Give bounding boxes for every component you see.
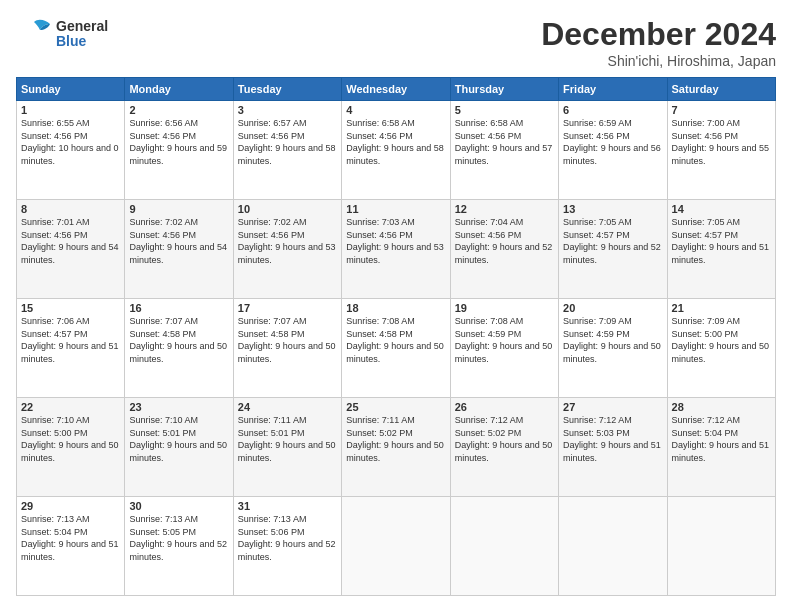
table-row: 31Sunrise: 7:13 AMSunset: 5:06 PMDayligh… xyxy=(233,497,341,596)
day-info: Sunrise: 7:13 AMSunset: 5:05 PMDaylight:… xyxy=(129,513,228,563)
day-info: Sunrise: 7:05 AMSunset: 4:57 PMDaylight:… xyxy=(563,216,662,266)
month-title: December 2024 xyxy=(541,16,776,53)
day-info: Sunrise: 6:58 AMSunset: 4:56 PMDaylight:… xyxy=(346,117,445,167)
col-friday: Friday xyxy=(559,78,667,101)
day-number: 27 xyxy=(563,401,662,413)
table-row: 13Sunrise: 7:05 AMSunset: 4:57 PMDayligh… xyxy=(559,200,667,299)
day-info: Sunrise: 7:01 AMSunset: 4:56 PMDaylight:… xyxy=(21,216,120,266)
logo-wordmark: General Blue xyxy=(16,16,108,52)
day-number: 7 xyxy=(672,104,771,116)
day-info: Sunrise: 7:12 AMSunset: 5:04 PMDaylight:… xyxy=(672,414,771,464)
table-row xyxy=(667,497,775,596)
day-info: Sunrise: 6:58 AMSunset: 4:56 PMDaylight:… xyxy=(455,117,554,167)
table-row: 8Sunrise: 7:01 AMSunset: 4:56 PMDaylight… xyxy=(17,200,125,299)
calendar-week-row: 29Sunrise: 7:13 AMSunset: 5:04 PMDayligh… xyxy=(17,497,776,596)
day-number: 31 xyxy=(238,500,337,512)
day-number: 22 xyxy=(21,401,120,413)
day-info: Sunrise: 7:13 AMSunset: 5:04 PMDaylight:… xyxy=(21,513,120,563)
col-wednesday: Wednesday xyxy=(342,78,450,101)
table-row: 20Sunrise: 7:09 AMSunset: 4:59 PMDayligh… xyxy=(559,299,667,398)
day-info: Sunrise: 7:09 AMSunset: 5:00 PMDaylight:… xyxy=(672,315,771,365)
calendar-week-row: 15Sunrise: 7:06 AMSunset: 4:57 PMDayligh… xyxy=(17,299,776,398)
day-info: Sunrise: 7:11 AMSunset: 5:01 PMDaylight:… xyxy=(238,414,337,464)
table-row: 17Sunrise: 7:07 AMSunset: 4:58 PMDayligh… xyxy=(233,299,341,398)
day-info: Sunrise: 7:07 AMSunset: 4:58 PMDaylight:… xyxy=(238,315,337,365)
day-info: Sunrise: 7:09 AMSunset: 4:59 PMDaylight:… xyxy=(563,315,662,365)
day-number: 8 xyxy=(21,203,120,215)
col-tuesday: Tuesday xyxy=(233,78,341,101)
calendar-header-row: Sunday Monday Tuesday Wednesday Thursday… xyxy=(17,78,776,101)
table-row: 28Sunrise: 7:12 AMSunset: 5:04 PMDayligh… xyxy=(667,398,775,497)
day-number: 13 xyxy=(563,203,662,215)
day-number: 15 xyxy=(21,302,120,314)
title-block: December 2024 Shin'ichi, Hiroshima, Japa… xyxy=(541,16,776,69)
table-row: 3Sunrise: 6:57 AMSunset: 4:56 PMDaylight… xyxy=(233,101,341,200)
day-info: Sunrise: 7:04 AMSunset: 4:56 PMDaylight:… xyxy=(455,216,554,266)
table-row: 16Sunrise: 7:07 AMSunset: 4:58 PMDayligh… xyxy=(125,299,233,398)
table-row: 19Sunrise: 7:08 AMSunset: 4:59 PMDayligh… xyxy=(450,299,558,398)
day-info: Sunrise: 7:13 AMSunset: 5:06 PMDaylight:… xyxy=(238,513,337,563)
day-info: Sunrise: 7:02 AMSunset: 4:56 PMDaylight:… xyxy=(129,216,228,266)
header: General Blue December 2024 Shin'ichi, Hi… xyxy=(16,16,776,69)
day-number: 12 xyxy=(455,203,554,215)
day-number: 26 xyxy=(455,401,554,413)
day-info: Sunrise: 7:03 AMSunset: 4:56 PMDaylight:… xyxy=(346,216,445,266)
table-row xyxy=(342,497,450,596)
table-row: 26Sunrise: 7:12 AMSunset: 5:02 PMDayligh… xyxy=(450,398,558,497)
table-row: 14Sunrise: 7:05 AMSunset: 4:57 PMDayligh… xyxy=(667,200,775,299)
table-row: 29Sunrise: 7:13 AMSunset: 5:04 PMDayligh… xyxy=(17,497,125,596)
day-info: Sunrise: 7:08 AMSunset: 4:59 PMDaylight:… xyxy=(455,315,554,365)
table-row: 27Sunrise: 7:12 AMSunset: 5:03 PMDayligh… xyxy=(559,398,667,497)
table-row: 10Sunrise: 7:02 AMSunset: 4:56 PMDayligh… xyxy=(233,200,341,299)
day-info: Sunrise: 7:02 AMSunset: 4:56 PMDaylight:… xyxy=(238,216,337,266)
day-number: 4 xyxy=(346,104,445,116)
col-monday: Monday xyxy=(125,78,233,101)
day-info: Sunrise: 7:10 AMSunset: 5:01 PMDaylight:… xyxy=(129,414,228,464)
day-info: Sunrise: 7:06 AMSunset: 4:57 PMDaylight:… xyxy=(21,315,120,365)
day-info: Sunrise: 6:56 AMSunset: 4:56 PMDaylight:… xyxy=(129,117,228,167)
table-row: 23Sunrise: 7:10 AMSunset: 5:01 PMDayligh… xyxy=(125,398,233,497)
table-row: 18Sunrise: 7:08 AMSunset: 4:58 PMDayligh… xyxy=(342,299,450,398)
day-info: Sunrise: 7:07 AMSunset: 4:58 PMDaylight:… xyxy=(129,315,228,365)
day-number: 28 xyxy=(672,401,771,413)
logo-bird-icon xyxy=(16,16,52,52)
table-row: 22Sunrise: 7:10 AMSunset: 5:00 PMDayligh… xyxy=(17,398,125,497)
calendar-table: Sunday Monday Tuesday Wednesday Thursday… xyxy=(16,77,776,596)
day-number: 2 xyxy=(129,104,228,116)
day-number: 1 xyxy=(21,104,120,116)
table-row: 2Sunrise: 6:56 AMSunset: 4:56 PMDaylight… xyxy=(125,101,233,200)
day-number: 24 xyxy=(238,401,337,413)
day-info: Sunrise: 7:11 AMSunset: 5:02 PMDaylight:… xyxy=(346,414,445,464)
day-number: 16 xyxy=(129,302,228,314)
table-row: 21Sunrise: 7:09 AMSunset: 5:00 PMDayligh… xyxy=(667,299,775,398)
page: General Blue December 2024 Shin'ichi, Hi… xyxy=(0,0,792,612)
day-number: 9 xyxy=(129,203,228,215)
day-number: 6 xyxy=(563,104,662,116)
day-number: 30 xyxy=(129,500,228,512)
day-info: Sunrise: 7:00 AMSunset: 4:56 PMDaylight:… xyxy=(672,117,771,167)
table-row: 5Sunrise: 6:58 AMSunset: 4:56 PMDaylight… xyxy=(450,101,558,200)
day-info: Sunrise: 6:59 AMSunset: 4:56 PMDaylight:… xyxy=(563,117,662,167)
table-row: 4Sunrise: 6:58 AMSunset: 4:56 PMDaylight… xyxy=(342,101,450,200)
day-number: 29 xyxy=(21,500,120,512)
calendar-week-row: 22Sunrise: 7:10 AMSunset: 5:00 PMDayligh… xyxy=(17,398,776,497)
day-info: Sunrise: 6:57 AMSunset: 4:56 PMDaylight:… xyxy=(238,117,337,167)
col-saturday: Saturday xyxy=(667,78,775,101)
day-number: 20 xyxy=(563,302,662,314)
day-info: Sunrise: 7:12 AMSunset: 5:03 PMDaylight:… xyxy=(563,414,662,464)
logo-general: General xyxy=(56,19,108,34)
col-thursday: Thursday xyxy=(450,78,558,101)
day-number: 10 xyxy=(238,203,337,215)
day-number: 23 xyxy=(129,401,228,413)
day-number: 19 xyxy=(455,302,554,314)
calendar-week-row: 8Sunrise: 7:01 AMSunset: 4:56 PMDaylight… xyxy=(17,200,776,299)
day-info: Sunrise: 7:12 AMSunset: 5:02 PMDaylight:… xyxy=(455,414,554,464)
logo-blue: Blue xyxy=(56,34,108,49)
table-row: 9Sunrise: 7:02 AMSunset: 4:56 PMDaylight… xyxy=(125,200,233,299)
table-row: 1Sunrise: 6:55 AMSunset: 4:56 PMDaylight… xyxy=(17,101,125,200)
day-number: 5 xyxy=(455,104,554,116)
table-row: 24Sunrise: 7:11 AMSunset: 5:01 PMDayligh… xyxy=(233,398,341,497)
day-info: Sunrise: 7:08 AMSunset: 4:58 PMDaylight:… xyxy=(346,315,445,365)
day-number: 21 xyxy=(672,302,771,314)
location-title: Shin'ichi, Hiroshima, Japan xyxy=(541,53,776,69)
